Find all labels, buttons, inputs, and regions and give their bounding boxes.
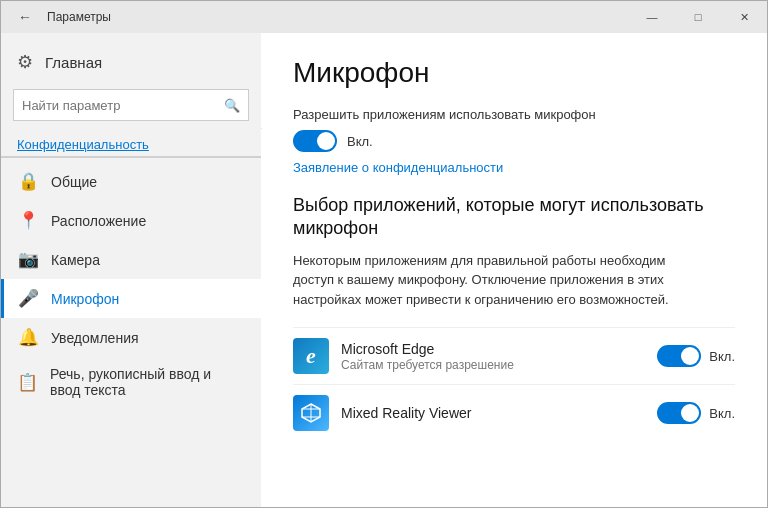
- titlebar-left: ← Параметры: [11, 3, 111, 31]
- page-title: Микрофон: [293, 57, 735, 89]
- content-area: ⚙ Главная 🔍 Конфиденциальность 🔒 Общие 📍…: [1, 33, 767, 507]
- gear-icon: ⚙: [17, 51, 33, 73]
- search-icon: 🔍: [224, 98, 240, 113]
- sidebar: ⚙ Главная 🔍 Конфиденциальность 🔒 Общие 📍…: [1, 33, 261, 507]
- cube-svg-icon: [299, 401, 323, 425]
- mr-app-name: Mixed Reality Viewer: [341, 405, 645, 421]
- sidebar-item-label: Камера: [51, 252, 100, 268]
- main-panel: Микрофон Разрешить приложениям использов…: [261, 33, 767, 507]
- sidebar-item-mikrofon[interactable]: 🎤 Микрофон: [1, 279, 261, 318]
- titlebar: ← Параметры — □ ✕: [1, 1, 767, 33]
- allow-microphone-setting: Разрешить приложениям использовать микро…: [293, 107, 735, 152]
- section-desc: Некоторым приложениям для правильной раб…: [293, 251, 673, 310]
- sidebar-item-label: Расположение: [51, 213, 146, 229]
- sidebar-item-kamera[interactable]: 📷 Камера: [1, 240, 261, 279]
- main-microphone-toggle[interactable]: [293, 130, 337, 152]
- speech-icon: 📋: [17, 372, 38, 393]
- minimize-button[interactable]: —: [629, 1, 675, 33]
- annotation-arrow: [261, 101, 281, 151]
- edge-toggle-label: Вкл.: [709, 349, 735, 364]
- sidebar-item-uvedomleniya[interactable]: 🔔 Уведомления: [1, 318, 261, 357]
- edge-app-info: Microsoft Edge Сайтам требуется разрешен…: [341, 341, 645, 372]
- mr-toggle-row: Вкл.: [657, 402, 735, 424]
- edge-toggle[interactable]: [657, 345, 701, 367]
- edge-app-icon: e: [293, 338, 329, 374]
- window-controls: — □ ✕: [629, 1, 767, 33]
- section-title: Выбор приложений, которые могут использо…: [293, 194, 735, 241]
- back-button[interactable]: ←: [11, 3, 39, 31]
- section-divider: [1, 156, 261, 158]
- sidebar-item-rech[interactable]: 📋 Речь, рукописный ввод и ввод текста: [1, 357, 261, 407]
- sidebar-item-label: Уведомления: [51, 330, 139, 346]
- main-toggle-row: Вкл.: [293, 130, 735, 152]
- sidebar-item-label: Микрофон: [51, 291, 119, 307]
- search-box[interactable]: 🔍: [13, 89, 249, 121]
- microphone-icon: 🎤: [17, 288, 39, 309]
- edge-icon-letter: e: [306, 343, 316, 369]
- notification-icon: 🔔: [17, 327, 39, 348]
- sidebar-item-label: Речь, рукописный ввод и ввод текста: [50, 366, 245, 398]
- section-label[interactable]: Конфиденциальность: [1, 131, 261, 156]
- close-button[interactable]: ✕: [721, 1, 767, 33]
- privacy-link[interactable]: Заявление о конфиденциальности: [293, 160, 503, 175]
- edge-toggle-row: Вкл.: [657, 345, 735, 367]
- app-list: e Microsoft Edge Сайтам требуется разреш…: [293, 327, 735, 441]
- location-icon: 📍: [17, 210, 39, 231]
- main-toggle-label: Вкл.: [347, 134, 373, 149]
- allow-desc: Разрешить приложениям использовать микро…: [293, 107, 735, 122]
- window-title: Параметры: [47, 10, 111, 24]
- mr-toggle-label: Вкл.: [709, 406, 735, 421]
- search-input[interactable]: [22, 98, 224, 113]
- app-item-mr: Mixed Reality Viewer Вкл.: [293, 384, 735, 441]
- app-item-edge: e Microsoft Edge Сайтам требуется разреш…: [293, 327, 735, 384]
- sidebar-item-raspolozhenie[interactable]: 📍 Расположение: [1, 201, 261, 240]
- mr-toggle[interactable]: [657, 402, 701, 424]
- sidebar-home-item[interactable]: ⚙ Главная: [1, 41, 261, 83]
- settings-window: ← Параметры — □ ✕ ⚙ Главная 🔍 Конфиденци…: [0, 0, 768, 508]
- camera-icon: 📷: [17, 249, 39, 270]
- mr-app-info: Mixed Reality Viewer: [341, 405, 645, 422]
- sidebar-item-label: Общие: [51, 174, 97, 190]
- maximize-button[interactable]: □: [675, 1, 721, 33]
- edge-app-name: Microsoft Edge: [341, 341, 645, 357]
- home-label: Главная: [45, 54, 102, 71]
- lock-icon: 🔒: [17, 171, 39, 192]
- edge-app-sub: Сайтам требуется разрешение: [341, 358, 645, 372]
- mr-app-icon: [293, 395, 329, 431]
- sidebar-item-obshchie[interactable]: 🔒 Общие: [1, 162, 261, 201]
